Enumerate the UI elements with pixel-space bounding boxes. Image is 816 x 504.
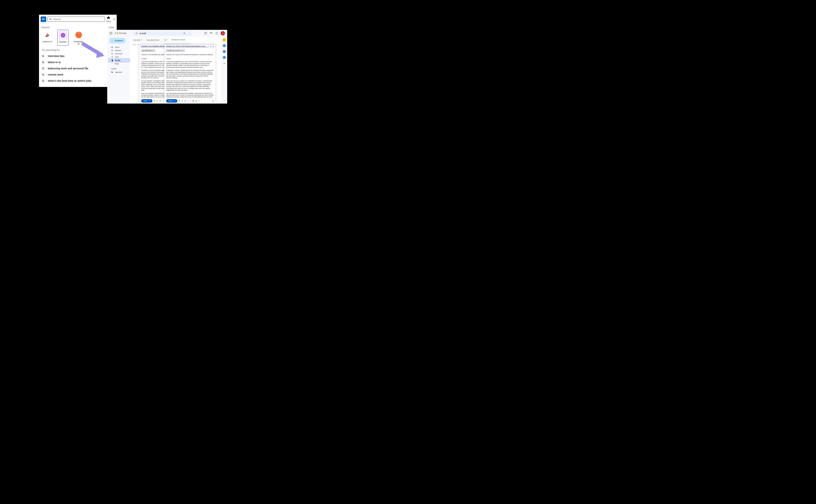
linkedin-search-box[interactable] bbox=[47, 17, 105, 22]
minimize-icon[interactable]: — bbox=[208, 46, 209, 47]
suggestion-text: balancing work and personal life bbox=[48, 67, 88, 70]
filter-attachment[interactable]: Has attachment bbox=[145, 38, 161, 42]
compose-button[interactable]: Compose bbox=[109, 38, 125, 44]
select-all-checkbox[interactable]: ☐ ▾ bbox=[132, 44, 135, 46]
folder-inbox[interactable]: Inbox bbox=[108, 46, 130, 49]
suggestion-text: remote work bbox=[48, 73, 63, 76]
folder-snoozed[interactable]: Snoozed bbox=[108, 52, 130, 55]
svg-point-26 bbox=[217, 34, 218, 34]
add-icon[interactable]: + bbox=[223, 62, 225, 65]
gmail-sidebar: Compose Inbox Starred Snoozed Sent Draft… bbox=[107, 37, 130, 104]
search-icon bbox=[42, 61, 45, 64]
send-dropdown-icon[interactable]: ▾ bbox=[148, 100, 150, 102]
folder-label: Starred bbox=[115, 49, 121, 51]
suggestion-text: latest in ai bbox=[48, 61, 61, 64]
settings-icon[interactable] bbox=[209, 32, 213, 35]
close-icon[interactable]: ✕ bbox=[212, 46, 214, 47]
svg-line-5 bbox=[44, 56, 44, 57]
more-tools-icon[interactable]: ⋮ bbox=[201, 100, 202, 102]
format-icon[interactable]: A bbox=[154, 100, 155, 102]
tune-icon[interactable] bbox=[187, 32, 190, 34]
folder-sent[interactable]: Sent bbox=[108, 55, 130, 59]
filter-anytime[interactable]: Any time ▾ bbox=[132, 38, 144, 42]
gmail-search-box[interactable]: ✕ bbox=[133, 31, 192, 36]
attach-icon[interactable]: 📎 bbox=[181, 100, 183, 102]
calendar-icon[interactable] bbox=[223, 38, 226, 41]
send-button[interactable]: Send ▾ bbox=[166, 99, 177, 103]
help-icon[interactable] bbox=[204, 32, 207, 35]
refresh-icon[interactable]: ⟳ bbox=[138, 44, 139, 46]
lock-icon[interactable]: 🔒 bbox=[195, 100, 197, 102]
svg-point-12 bbox=[42, 80, 44, 81]
gmail-logo[interactable]: Gmail bbox=[115, 32, 126, 35]
linkedin-logo[interactable]: in bbox=[41, 16, 46, 22]
suggestion-balancing[interactable]: balancing work and personal life bbox=[42, 65, 114, 72]
keep-icon[interactable] bbox=[223, 44, 226, 47]
recent-item-bardeen[interactable]: Bardeen bbox=[57, 30, 69, 46]
compose-title-bar[interactable]: Unleash Your Team's Full Potential with … bbox=[164, 45, 215, 48]
nav-home[interactable]: Home bbox=[106, 16, 111, 22]
clear-button[interactable]: Clear bbox=[109, 26, 114, 29]
body-p4: I am particularly excited about the poss… bbox=[166, 92, 214, 98]
contacts-icon[interactable] bbox=[223, 56, 226, 59]
send-button[interactable]: Send ▾ bbox=[141, 99, 152, 103]
compose-body[interactable]: Hi Ivan, I hope this message finds you w… bbox=[164, 57, 215, 98]
gmail-header: Gmail ✕ B bbox=[107, 30, 227, 37]
gmail-rightbar: + › bbox=[221, 37, 227, 104]
svg-point-20 bbox=[217, 32, 218, 33]
apps-icon[interactable] bbox=[215, 32, 218, 35]
arrow-icon bbox=[82, 42, 108, 60]
folder-more[interactable]: More bbox=[108, 62, 130, 65]
gmail-main: Any time ▾ Has attachment To ▾ Advanced … bbox=[130, 37, 221, 104]
advanced-search-link[interactable]: Advanced search bbox=[170, 38, 186, 42]
folder-drafts[interactable]: Drafts bbox=[108, 59, 130, 62]
label-salesloft[interactable]: Salesloft bbox=[108, 71, 130, 74]
svg-point-14 bbox=[136, 32, 137, 34]
compose-footer: Send ▾ A 📎 🔗 ☺ △ 🖼 🔒 ✎ ⋮ 🗑 bbox=[164, 98, 215, 104]
gmail-filters: Any time ▾ Has attachment To ▾ Advanced … bbox=[130, 37, 221, 43]
link-icon[interactable]: 🔗 bbox=[159, 100, 161, 102]
svg-point-25 bbox=[216, 34, 217, 34]
compose-subject-field[interactable]: Unleash Your Team's Full Potential with … bbox=[164, 53, 215, 57]
emoji-icon[interactable]: ☺ bbox=[162, 100, 164, 102]
drive-icon[interactable]: △ bbox=[190, 100, 191, 102]
tasks-icon[interactable] bbox=[223, 50, 226, 53]
gmail-search-input[interactable] bbox=[139, 32, 181, 35]
link-icon[interactable]: 🔗 bbox=[184, 100, 186, 102]
prev-page-icon[interactable]: ‹ bbox=[216, 44, 217, 46]
search-icon bbox=[136, 32, 138, 34]
image-icon[interactable]: 🖼 bbox=[192, 100, 194, 102]
collapse-icon[interactable]: › bbox=[224, 99, 225, 102]
suggestion-text: when's the best time to switch jobs bbox=[48, 79, 92, 82]
account-avatar[interactable]: B bbox=[221, 31, 225, 35]
format-icon[interactable]: A bbox=[179, 100, 180, 102]
svg-point-21 bbox=[215, 33, 216, 34]
emoji-icon[interactable]: ☺ bbox=[187, 100, 189, 102]
next-page-icon[interactable]: › bbox=[218, 44, 219, 46]
suggestion-switch-jobs[interactable]: when's the best time to switch jobs bbox=[42, 78, 114, 84]
pen-icon[interactable]: ✎ bbox=[198, 100, 200, 102]
folder-label: Sent bbox=[115, 56, 119, 58]
send-dropdown-icon[interactable]: ▾ bbox=[173, 100, 175, 102]
pencil-icon bbox=[112, 39, 113, 42]
compose-title: Unleash Your Team's Full Potential with … bbox=[166, 46, 208, 47]
folder-starred[interactable]: Starred bbox=[108, 49, 130, 52]
menu-icon[interactable] bbox=[109, 32, 112, 34]
compose-to-field[interactable]: ivan@enteroverdrive.com bbox=[164, 48, 215, 53]
recent-item-label: Bardeen bbox=[59, 41, 67, 43]
linkedin-search-input[interactable] bbox=[53, 18, 103, 21]
expand-icon[interactable]: ⤢ bbox=[210, 46, 211, 47]
search-icon bbox=[42, 55, 45, 57]
compose-to-value: ivan@enteroverdrive.com bbox=[166, 49, 185, 52]
clear-search-icon[interactable]: ✕ bbox=[183, 32, 186, 35]
filter-to[interactable]: To ▾ bbox=[162, 38, 169, 42]
discard-icon[interactable]: 🗑 bbox=[212, 100, 214, 102]
recent-item-latest-ai[interactable]: Latest in AI bbox=[42, 30, 53, 45]
svg-point-24 bbox=[215, 34, 216, 34]
search-icon bbox=[42, 67, 45, 70]
folder-label: Snoozed bbox=[115, 53, 122, 55]
svg-point-18 bbox=[215, 32, 216, 33]
attach-icon[interactable]: 📎 bbox=[156, 100, 158, 102]
suggestion-remote-work[interactable]: remote work bbox=[42, 72, 114, 78]
inbox-icon bbox=[111, 46, 113, 48]
